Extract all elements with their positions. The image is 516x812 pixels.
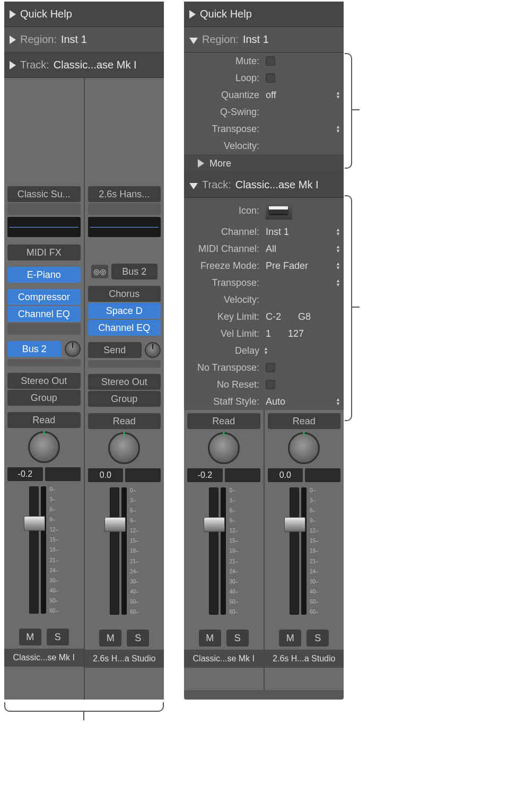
level-readout[interactable]: -0.2 [7, 467, 43, 481]
chevron-updown-icon[interactable] [336, 397, 340, 406]
level-readout[interactable]: -0.2 [187, 468, 223, 482]
solo-button[interactable]: S [47, 628, 69, 645]
key-low[interactable]: C-2 [266, 311, 281, 322]
fader-scale: 0–3–6–9–12–15–18–21–24–30–40–50–60– [228, 487, 238, 615]
fader[interactable] [110, 487, 119, 615]
automation-mode[interactable]: Read [7, 412, 81, 428]
callout-stub [352, 109, 360, 110]
key-high[interactable]: G8 [298, 311, 311, 322]
send-knob[interactable] [145, 342, 161, 358]
chevron-updown-icon[interactable] [264, 346, 268, 355]
chevron-updown-icon[interactable] [336, 228, 340, 236]
empty-slot[interactable] [7, 323, 81, 335]
level-meter [221, 487, 226, 615]
channel-value[interactable]: Inst 1 [266, 226, 289, 238]
pan-knob[interactable] [288, 432, 320, 464]
vel-low[interactable]: 1 [266, 328, 271, 339]
pan-knob[interactable] [108, 432, 140, 464]
level-meter [301, 487, 307, 615]
mute-button[interactable]: M [99, 630, 121, 647]
empty-slot[interactable] [7, 359, 81, 366]
more-row[interactable]: More [184, 154, 344, 172]
setting-slot[interactable]: Classic Su... [7, 186, 81, 202]
fader[interactable] [209, 487, 218, 615]
setting-slot[interactable]: 2.6s Hans... [88, 186, 161, 202]
loop-checkbox[interactable] [266, 73, 275, 83]
chevron-updown-icon[interactable] [336, 245, 340, 253]
output-slot[interactable]: Stereo Out [88, 374, 161, 390]
mute-checkbox[interactable] [266, 56, 275, 66]
level-readout[interactable]: 0.0 [268, 468, 303, 482]
insert-slot[interactable]: Channel EQ [88, 320, 161, 336]
triangle-right-icon [189, 10, 196, 19]
peak-readout[interactable] [225, 468, 260, 482]
fader[interactable] [29, 486, 39, 614]
staff-style-label: Staff Style: [184, 396, 263, 407]
fader[interactable] [290, 487, 299, 615]
input-slot[interactable]: Bus 2 [111, 264, 158, 280]
automation-mode[interactable]: Read [187, 413, 260, 429]
chevron-updown-icon[interactable] [336, 278, 340, 287]
strip-name[interactable]: 2.6s H...a Studio [265, 650, 344, 668]
mute-button[interactable]: M [199, 630, 221, 647]
icon-label: Icon: [184, 205, 263, 216]
track-icon[interactable] [266, 202, 292, 220]
mute-button[interactable]: M [279, 630, 301, 647]
solo-button[interactable]: S [127, 630, 149, 647]
triangle-down-icon [189, 183, 198, 189]
strip-name[interactable]: Classic...se Mk I [4, 649, 84, 667]
instrument-slot[interactable]: E-Piano [7, 267, 81, 283]
strip-name[interactable]: 2.6s H...a Studio [85, 650, 164, 668]
chevron-updown-icon[interactable] [336, 261, 340, 270]
no-transpose-checkbox[interactable] [266, 363, 275, 372]
region-header[interactable]: Region: Inst 1 [4, 27, 164, 53]
vel-high[interactable]: 127 [288, 328, 304, 339]
chevron-updown-icon[interactable] [336, 125, 340, 133]
solo-button[interactable]: S [307, 630, 329, 647]
peak-readout[interactable] [305, 468, 340, 482]
pan-knob[interactable] [208, 432, 240, 464]
track-header[interactable]: Track: Classic...ase Mk I [4, 53, 164, 78]
region-header[interactable]: Region: Inst 1 [184, 27, 344, 53]
pan-knob[interactable] [28, 431, 60, 463]
no-reset-checkbox[interactable] [266, 380, 275, 389]
fader-scale: 0–3–6–9–12–15–18–21–24–30–40–50–60– [48, 486, 58, 614]
peak-readout[interactable] [125, 468, 161, 482]
midi-channel-value[interactable]: All [266, 243, 276, 255]
region-label: Region: [20, 33, 57, 46]
callout-stub [352, 307, 360, 308]
send-knob[interactable] [65, 341, 81, 357]
group-slot[interactable]: Group [88, 391, 161, 407]
automation-mode[interactable]: Read [268, 413, 341, 429]
insert-slot[interactable]: Channel EQ [7, 306, 81, 322]
quick-help-header[interactable]: Quick Help [4, 2, 164, 27]
send-slot[interactable]: Send [88, 342, 142, 358]
peak-readout[interactable] [45, 467, 81, 481]
group-slot[interactable]: Group [7, 390, 81, 406]
triangle-right-icon [198, 159, 204, 168]
mute-button[interactable]: M [19, 628, 41, 645]
midi-fx-slot[interactable]: MIDI FX [7, 245, 81, 260]
delay-label: Delay [184, 345, 263, 356]
quick-help-header[interactable]: Quick Help [184, 2, 344, 27]
staff-style-value[interactable]: Auto [266, 396, 285, 407]
empty-slot[interactable] [88, 360, 161, 368]
insert-slot[interactable]: Compressor [7, 289, 81, 305]
insert-slot[interactable]: Space D [88, 303, 161, 319]
insert-slot[interactable]: Chorus [88, 286, 161, 302]
freeze-mode-value[interactable]: Pre Fader [266, 260, 308, 272]
automation-mode[interactable]: Read [88, 413, 161, 429]
eq-thumbnail[interactable] [88, 217, 161, 237]
eq-thumbnail[interactable] [7, 217, 81, 237]
quantize-value[interactable]: off [266, 90, 276, 101]
send-slot[interactable]: Bus 2 [7, 341, 62, 357]
level-readout[interactable]: 0.0 [88, 468, 124, 482]
output-slot[interactable]: Stereo Out [7, 373, 81, 389]
solo-button[interactable]: S [226, 630, 249, 647]
strip-name[interactable]: Classic...se Mk I [184, 650, 264, 668]
chevron-updown-icon[interactable] [336, 91, 340, 99]
region-label: Region: [202, 33, 239, 46]
svg-rect-1 [269, 206, 288, 209]
fader-scale: 0–3–6–9–12–15–18–21–24–30–40–50–60– [129, 487, 139, 615]
track-header[interactable]: Track: Classic...ase Mk I [184, 172, 344, 198]
